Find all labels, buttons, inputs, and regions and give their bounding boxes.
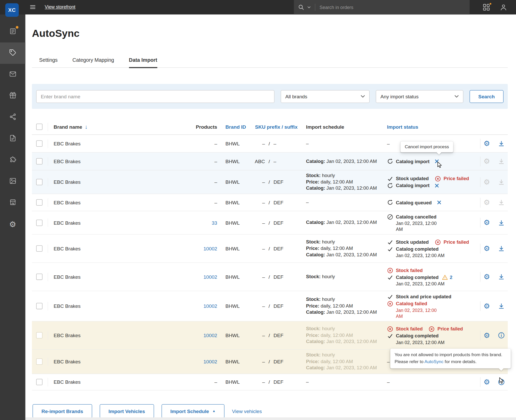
row-download-icon[interactable] bbox=[498, 140, 505, 147]
sidebar-item-addons[interactable] bbox=[0, 149, 25, 171]
row-checkbox[interactable] bbox=[36, 179, 42, 185]
status-date: Jan 02, 2023, 12:00 AM bbox=[396, 339, 474, 345]
row-download-icon[interactable] bbox=[498, 245, 505, 252]
sidebar-item-storefront[interactable] bbox=[0, 192, 25, 213]
sidebar-item-orders[interactable] bbox=[0, 21, 25, 42]
sidebar-item-messages[interactable] bbox=[0, 64, 25, 85]
app-logo[interactable]: XC bbox=[5, 3, 19, 17]
sidebar-item-pages[interactable] bbox=[0, 128, 25, 149]
chevron-down-icon bbox=[454, 95, 459, 98]
sidebar-item-promotions[interactable] bbox=[0, 85, 25, 107]
sku-cell: –/DEF bbox=[248, 220, 300, 225]
row-actions-cell: ⚙ bbox=[475, 172, 508, 192]
row-settings-icon[interactable]: ⚙ bbox=[484, 332, 490, 339]
schedule-empty: – bbox=[306, 141, 309, 146]
sidebar-item-media[interactable] bbox=[0, 171, 25, 192]
footer-actions: Re-import Brands Import Vehicles Import … bbox=[33, 404, 262, 418]
topbar-icons bbox=[483, 0, 508, 14]
column-brand-name[interactable]: Brand name ↓ bbox=[48, 124, 185, 130]
tag-icon bbox=[9, 49, 16, 57]
row-settings-icon[interactable]: ⚙ bbox=[484, 219, 490, 226]
select-all-checkbox[interactable] bbox=[36, 124, 42, 130]
row-checkbox[interactable] bbox=[36, 220, 42, 226]
column-import-status[interactable]: Import status bbox=[381, 124, 475, 130]
import-schedule-cell: – bbox=[300, 199, 381, 206]
view-storefront-link[interactable]: View storefront bbox=[45, 4, 75, 10]
row-settings-icon[interactable]: ⚙ bbox=[484, 378, 490, 386]
row-settings-icon[interactable]: ⚙ bbox=[484, 140, 490, 147]
column-import-schedule: Import schedule bbox=[300, 124, 381, 130]
schedule-empty: – bbox=[306, 379, 309, 384]
products-count-link[interactable]: 10002 bbox=[203, 359, 217, 364]
row-download-icon[interactable] bbox=[498, 273, 505, 280]
products-count: – bbox=[214, 179, 217, 185]
import-vehicles-button[interactable]: Import Vehicles bbox=[100, 404, 154, 418]
tab-settings[interactable]: Settings bbox=[39, 57, 58, 68]
collapse-icon: ▲ bbox=[212, 409, 216, 413]
tab-category-mapping[interactable]: Category Mapping bbox=[72, 57, 114, 68]
products-count-link[interactable]: 10002 bbox=[203, 246, 217, 251]
sidebar-item-settings[interactable]: ⚙ bbox=[0, 213, 25, 235]
row-info-icon[interactable] bbox=[498, 379, 505, 386]
orders-search-field[interactable]: Search in orders bbox=[294, 0, 469, 14]
cancel-import-icon[interactable] bbox=[435, 159, 439, 164]
cancel-import-icon[interactable] bbox=[435, 183, 439, 188]
products-count-link[interactable]: 10002 bbox=[203, 303, 217, 309]
row-checkbox[interactable] bbox=[36, 303, 42, 309]
sidebar-item-connections[interactable] bbox=[0, 107, 25, 128]
search-button[interactable]: Search bbox=[470, 90, 504, 103]
image-icon bbox=[9, 177, 16, 186]
products-cell: 10002 bbox=[185, 332, 219, 338]
import-status-cell: Catalog import bbox=[381, 158, 475, 165]
column-brand-id[interactable]: Brand ID bbox=[219, 124, 248, 130]
row-checkbox[interactable] bbox=[36, 274, 42, 280]
row-info-icon[interactable] bbox=[498, 332, 505, 339]
products-count-link[interactable]: 33 bbox=[212, 220, 217, 225]
row-checkbox[interactable] bbox=[36, 379, 42, 385]
status-item: Price failed bbox=[429, 326, 463, 332]
apps-icon[interactable] bbox=[483, 3, 491, 11]
row-download-icon[interactable] bbox=[498, 219, 505, 226]
products-count-link[interactable]: 10002 bbox=[203, 274, 217, 280]
tab-data-import[interactable]: Data Import bbox=[129, 57, 157, 68]
row-settings-icon[interactable]: ⚙ bbox=[484, 302, 490, 310]
sort-desc-icon[interactable]: ↓ bbox=[85, 124, 88, 130]
sidebar-item-catalog[interactable] bbox=[0, 42, 25, 64]
reimport-brands-button[interactable]: Re-import Brands bbox=[33, 404, 92, 418]
products-cell: 10002 bbox=[185, 303, 219, 309]
row-checkbox[interactable] bbox=[36, 358, 42, 365]
row-settings-icon: ⚙ bbox=[484, 199, 490, 206]
menu-icon[interactable] bbox=[30, 4, 36, 10]
row-checkbox[interactable] bbox=[36, 158, 42, 164]
table-row: EBC Brakes10002BHWL–/DEFStock: hourlyPri… bbox=[32, 234, 508, 263]
import-status-cell: Stock failedPrice failedCatalog complete… bbox=[381, 325, 475, 345]
row-checkbox[interactable] bbox=[36, 245, 42, 251]
schedule-line: Stock: hourly bbox=[306, 172, 382, 179]
schedule-line: Stock: hourly bbox=[306, 239, 382, 245]
search-scope-chevron-icon[interactable] bbox=[307, 6, 311, 8]
brand-name-cell: EBC Brakes bbox=[48, 303, 185, 309]
schedule-line: Catalog: Jan 02, 2023, 12:00 AM bbox=[306, 309, 382, 316]
puzzle-icon bbox=[9, 156, 16, 164]
view-vehicles-link[interactable]: View vehicles bbox=[232, 408, 262, 414]
column-sku-prefix-suffix[interactable]: SKU prefix / suffix bbox=[248, 124, 300, 130]
row-checkbox[interactable] bbox=[36, 141, 42, 147]
status-empty: – bbox=[387, 359, 390, 364]
import-schedule-cell: Catalog: Jan 02, 2023, 12:00 AM bbox=[300, 220, 381, 226]
products-count-link[interactable]: 10002 bbox=[203, 332, 217, 338]
brand-name-input[interactable] bbox=[36, 90, 274, 103]
warning-icon[interactable]: 2 bbox=[442, 274, 452, 281]
import-schedule-button[interactable]: Import Schedule▲ bbox=[161, 404, 225, 418]
row-settings-icon[interactable]: ⚙ bbox=[484, 245, 490, 252]
account-icon[interactable] bbox=[500, 3, 508, 11]
cancel-import-icon[interactable] bbox=[437, 200, 441, 205]
import-status-select[interactable]: Any import status bbox=[376, 90, 463, 103]
row-checkbox[interactable] bbox=[36, 332, 42, 338]
row-actions-cell: ⚙ bbox=[475, 376, 508, 388]
filter-panel: All brands Any import status Search bbox=[32, 84, 508, 109]
row-checkbox[interactable] bbox=[36, 199, 42, 206]
autosync-link[interactable]: AutoSync bbox=[424, 359, 443, 364]
brands-select[interactable]: All brands bbox=[281, 90, 369, 103]
row-settings-icon[interactable]: ⚙ bbox=[484, 273, 490, 280]
row-download-icon[interactable] bbox=[498, 303, 505, 310]
